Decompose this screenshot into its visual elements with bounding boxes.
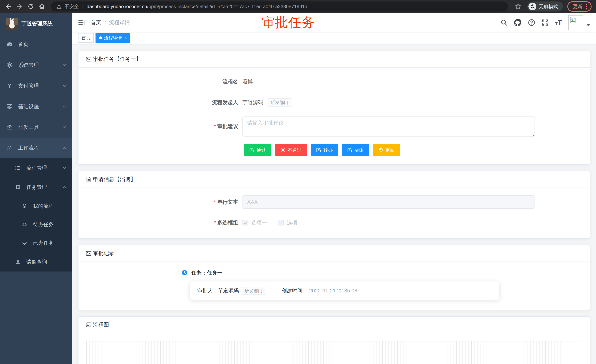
sidebar-item-system[interactable]: 系统管理 bbox=[0, 55, 72, 75]
picture-icon bbox=[86, 56, 91, 62]
checkbox-option-1: 选项一 bbox=[242, 219, 267, 226]
checkbox-unchecked-icon bbox=[278, 220, 283, 226]
tag-label: 流程详情 bbox=[104, 35, 122, 41]
breadcrumb: 首页 / 流程详情 bbox=[91, 19, 130, 26]
forward-icon[interactable] bbox=[15, 2, 24, 11]
sidebar: 芋道管理系统 首页 系统管理 ¥ 支付管理 基础设施 bbox=[0, 13, 72, 364]
app-logo bbox=[6, 18, 18, 29]
search-icon[interactable] bbox=[500, 19, 507, 26]
tag-label: 首页 bbox=[82, 35, 90, 41]
single-text-input bbox=[242, 195, 535, 209]
hamburger-icon[interactable] bbox=[78, 19, 85, 26]
card-title: 流程图 bbox=[93, 321, 109, 328]
apply-info-card-header: 申请信息【滔博】 bbox=[78, 171, 590, 188]
caret-down-icon[interactable] bbox=[586, 24, 590, 26]
sidebar-item-done-tasks[interactable]: 已办任务 bbox=[0, 234, 72, 252]
sidebar-item-task-mgmt[interactable]: 任务管理 bbox=[0, 178, 72, 197]
update-button[interactable]: 更新 bbox=[567, 1, 592, 12]
sidebar-item-home[interactable]: 首页 bbox=[0, 34, 72, 55]
document-icon bbox=[86, 177, 91, 182]
single-text-label: 单行文本 bbox=[86, 198, 242, 205]
sidebar-item-label: 支付管理 bbox=[18, 82, 63, 89]
bpmn-canvas bbox=[86, 341, 582, 364]
checkbox-option-2: 选项二 bbox=[278, 219, 302, 226]
avatar[interactable] bbox=[568, 15, 583, 30]
url-bar[interactable]: 不安全 dashboard.yudao.iocoder.cn/bpm/proce… bbox=[51, 1, 508, 11]
sidebar-item-process-mgmt[interactable]: 流程管理 bbox=[0, 158, 72, 178]
chevron-down-icon bbox=[63, 125, 66, 129]
button-label: 不通过 bbox=[288, 147, 302, 153]
reject-button[interactable]: 不通过 bbox=[275, 144, 307, 156]
dept-tag: 研发部门 bbox=[267, 98, 292, 107]
incognito-icon bbox=[529, 3, 536, 10]
browser-menu-icon[interactable] bbox=[586, 4, 587, 9]
card-title: 申请信息【滔博】 bbox=[93, 176, 136, 183]
browser-toolbar: 不安全 dashboard.yudao.iocoder.cn/bpm/proce… bbox=[0, 0, 596, 13]
gear-icon bbox=[6, 62, 13, 68]
refresh-icon[interactable] bbox=[26, 2, 36, 11]
process-name-row: 流程名 滔博 bbox=[86, 75, 582, 88]
sidebar-item-leave-query[interactable]: 请假查询 bbox=[0, 252, 72, 271]
tag-process-detail[interactable]: 流程详情 × bbox=[96, 33, 130, 43]
chevron-up-icon bbox=[63, 185, 66, 189]
button-label: 通过 bbox=[257, 147, 266, 153]
app-title: 芋道管理系统 bbox=[22, 20, 52, 27]
picture-icon bbox=[86, 322, 91, 328]
sidebar-item-devtools[interactable]: 研发工具 bbox=[0, 117, 72, 138]
assignee-value: 芋道源码 bbox=[218, 287, 239, 294]
transfer-button[interactable]: 转办 bbox=[311, 144, 338, 156]
dashboard-icon bbox=[6, 41, 13, 48]
checkbox-group-label: 多选框组 bbox=[86, 219, 242, 226]
eye-closed-icon bbox=[21, 240, 28, 246]
navbar: 首页 / 流程详情 审批任务 TT bbox=[72, 13, 596, 32]
initiator-row: 流程发起人 芋道源码 研发部门 bbox=[86, 96, 582, 109]
close-icon[interactable]: × bbox=[124, 36, 127, 40]
bookmark-star-icon[interactable] bbox=[513, 2, 523, 11]
approval-record-card: 审批记录 任务：任务一 审批人： 芋道源码 研发部门 创建时间： bbox=[78, 245, 590, 310]
assignee-label: 审批人： bbox=[197, 287, 218, 294]
home-icon[interactable] bbox=[37, 2, 47, 11]
refresh-left-icon bbox=[379, 148, 383, 153]
briefcase-icon bbox=[6, 145, 13, 151]
create-time-value: 2022-01-21 22:35:08 bbox=[309, 288, 357, 294]
list-icon bbox=[15, 165, 21, 171]
clock-icon bbox=[182, 270, 187, 276]
sidebar-item-todo-tasks[interactable]: 待办任务 bbox=[0, 215, 72, 234]
fullscreen-icon[interactable] bbox=[542, 19, 549, 26]
sidebar-item-infra[interactable]: 基础设施 bbox=[0, 96, 72, 117]
sidebar-item-payment[interactable]: ¥ 支付管理 bbox=[0, 75, 72, 96]
back-icon[interactable] bbox=[4, 2, 13, 11]
app-logo-row: 芋道管理系统 bbox=[0, 13, 72, 34]
breadcrumb-separator: / bbox=[104, 20, 106, 26]
button-label: 委派 bbox=[354, 147, 364, 153]
suggestion-textarea[interactable] bbox=[242, 116, 535, 137]
single-text-row: 单行文本 bbox=[86, 195, 582, 209]
breadcrumb-home[interactable]: 首页 bbox=[91, 19, 101, 26]
sidebar-item-label: 任务管理 bbox=[26, 184, 63, 191]
dept-tag: 研发部门 bbox=[241, 287, 266, 295]
tag-home[interactable]: 首页 bbox=[78, 33, 94, 43]
update-label: 更新 bbox=[573, 3, 582, 10]
edit-icon bbox=[250, 148, 254, 153]
help-icon[interactable] bbox=[528, 19, 535, 26]
checkbox-group: 选项一 选项二 bbox=[242, 219, 302, 226]
sidebar-item-workflow[interactable]: 工作流程 bbox=[0, 138, 72, 158]
return-button[interactable]: 退回 bbox=[373, 144, 400, 156]
delegate-button[interactable]: 委派 bbox=[342, 144, 369, 156]
breadcrumb-current: 流程详情 bbox=[109, 19, 130, 26]
process-name-label: 流程名 bbox=[86, 78, 242, 85]
monitor-icon bbox=[6, 103, 13, 110]
url-path: /bpm/process-instance/detail?id=54aa251f… bbox=[147, 4, 307, 9]
sidebar-item-my-process[interactable]: 我的流程 bbox=[0, 197, 72, 215]
font-size-icon[interactable]: TT bbox=[555, 19, 562, 26]
user-menu[interactable] bbox=[568, 15, 590, 30]
edit-icon bbox=[347, 148, 352, 153]
github-icon[interactable] bbox=[514, 19, 522, 26]
checkbox-label: 选项一 bbox=[251, 219, 267, 226]
incognito-badge: 无痕模式 bbox=[527, 1, 563, 11]
process-diagram-card-header: 流程图 bbox=[78, 317, 590, 333]
active-dot bbox=[99, 36, 102, 39]
approve-button[interactable]: 通过 bbox=[244, 144, 271, 156]
chevron-down-icon bbox=[63, 63, 66, 67]
card-title: 审批记录 bbox=[93, 250, 114, 257]
